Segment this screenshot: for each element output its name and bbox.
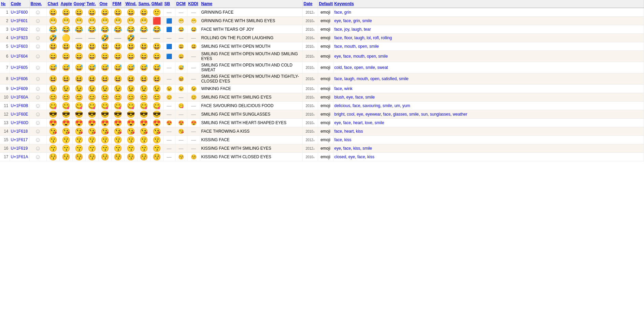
row-code[interactable]: U+1F617 xyxy=(10,136,29,144)
col-name[interactable]: Name xyxy=(200,0,302,8)
keyword-link[interactable]: kiss xyxy=(356,129,363,134)
row-code[interactable]: U+1F604 xyxy=(10,51,29,62)
keyword-link[interactable]: face xyxy=(343,120,351,125)
row-code[interactable]: U+1F601 xyxy=(10,17,29,25)
keyword-link[interactable]: smile xyxy=(369,44,379,49)
col-wind[interactable]: Wind. xyxy=(124,0,137,8)
col-goog[interactable]: Googᵈ xyxy=(72,0,85,8)
keyword-link[interactable]: cold xyxy=(334,65,342,70)
keyword-link[interactable]: eye xyxy=(348,154,355,159)
row-code[interactable]: U+1F60A xyxy=(10,93,29,102)
keyword-link[interactable]: satisfied xyxy=(382,76,397,81)
col-keywords[interactable]: Keywords xyxy=(333,0,644,8)
row-code[interactable]: U+1F60B xyxy=(10,102,29,110)
keyword-link[interactable]: sweat xyxy=(377,65,388,70)
keyword-link[interactable]: grin xyxy=(353,18,360,23)
col-no[interactable]: № xyxy=(0,0,10,8)
keyword-link[interactable]: laugh xyxy=(352,27,361,32)
keyword-link[interactable]: eye xyxy=(334,18,341,23)
row-code[interactable]: U+1F609 xyxy=(10,85,29,93)
col-gmail[interactable]: GMail xyxy=(150,0,163,8)
keyword-link[interactable]: face xyxy=(355,95,363,100)
row-code[interactable]: U+1F923 xyxy=(10,34,29,42)
keyword-link[interactable]: smile xyxy=(375,120,384,125)
keyword-link[interactable]: grin xyxy=(344,10,351,15)
col-one[interactable]: One xyxy=(98,0,111,8)
row-code[interactable]: U+1F60E xyxy=(10,110,29,119)
col-default[interactable]: Default xyxy=(318,0,333,8)
col-apple[interactable]: Apple xyxy=(59,0,72,8)
keyword-link[interactable]: face xyxy=(344,65,352,70)
keyword-link[interactable]: face xyxy=(343,18,351,23)
keyword-link[interactable]: lol xyxy=(367,35,371,40)
keyword-link[interactable]: face xyxy=(343,54,351,59)
keyword-link[interactable]: face xyxy=(334,137,342,142)
keyword-link[interactable]: open xyxy=(354,65,363,70)
keyword-link[interactable]: weather xyxy=(453,112,467,117)
keyword-link[interactable]: kiss xyxy=(367,154,374,159)
keyword-link[interactable]: smile xyxy=(409,112,419,117)
row-code[interactable]: U+1F619 xyxy=(10,144,29,153)
keyword-link[interactable]: eye xyxy=(346,95,353,100)
keyword-link[interactable]: um xyxy=(395,103,400,108)
keyword-link[interactable]: sunglasses xyxy=(430,112,450,117)
keyword-link[interactable]: savouring xyxy=(362,103,380,108)
row-code[interactable]: U+1F600 xyxy=(10,8,29,17)
keyword-link[interactable]: smile xyxy=(365,95,375,100)
row-code[interactable]: U+1F61A xyxy=(10,153,29,161)
col-chart[interactable]: Chart xyxy=(46,0,59,8)
keyword-link[interactable]: laugh xyxy=(344,76,354,81)
keyword-link[interactable]: open xyxy=(370,76,380,81)
keyword-link[interactable]: face xyxy=(334,10,342,15)
keyword-link[interactable]: eye xyxy=(334,120,341,125)
keyword-link[interactable]: rolling xyxy=(381,35,392,40)
keyword-link[interactable]: eye xyxy=(334,54,341,59)
keyword-link[interactable]: bright xyxy=(334,112,345,117)
col-sams[interactable]: Sams. xyxy=(137,0,150,8)
keyword-link[interactable]: blush xyxy=(334,95,344,100)
keyword-link[interactable]: kiss xyxy=(344,137,352,142)
keyword-link[interactable]: kiss xyxy=(353,146,360,151)
col-kddi[interactable]: KDDI xyxy=(187,0,200,8)
keyword-link[interactable]: open xyxy=(367,54,376,59)
keyword-link[interactable]: face xyxy=(353,103,360,108)
keyword-link[interactable]: smile xyxy=(383,103,392,108)
row-code[interactable]: U+1F618 xyxy=(10,127,29,136)
keyword-link[interactable]: laugh xyxy=(354,35,364,40)
keyword-link[interactable]: wink xyxy=(344,86,353,91)
keyword-link[interactable]: face xyxy=(343,146,351,151)
keyword-link[interactable]: smile xyxy=(362,18,372,23)
col-twtr[interactable]: Twtr. xyxy=(85,0,98,8)
keyword-link[interactable]: sun xyxy=(421,112,428,117)
keyword-link[interactable]: face xyxy=(357,154,365,159)
keyword-link[interactable]: face xyxy=(334,35,342,40)
keyword-link[interactable]: closed xyxy=(334,154,346,159)
keyword-link[interactable]: face xyxy=(334,27,342,32)
col-brow[interactable]: Brow. xyxy=(29,0,46,8)
keyword-link[interactable]: face xyxy=(334,129,342,134)
keyword-link[interactable]: yum xyxy=(402,103,410,108)
keyword-link[interactable]: smile xyxy=(399,76,409,81)
keyword-link[interactable]: rofl xyxy=(373,35,379,40)
keyword-link[interactable]: floor xyxy=(344,35,352,40)
keyword-link[interactable]: smile xyxy=(362,146,372,151)
keyword-link[interactable]: face xyxy=(334,76,342,81)
keyword-link[interactable]: glasses xyxy=(393,112,407,117)
keyword-link[interactable]: heart xyxy=(353,120,362,125)
keyword-link[interactable]: eyewear xyxy=(366,112,381,117)
keyword-link[interactable]: mouth xyxy=(357,76,368,81)
col-code[interactable]: Code xyxy=(10,0,29,8)
keyword-link[interactable]: delicious xyxy=(334,103,350,108)
row-code[interactable]: U+1F605 xyxy=(10,62,29,73)
row-code[interactable]: U+1F60D xyxy=(10,119,29,127)
row-code[interactable]: U+1F606 xyxy=(10,73,29,85)
keyword-link[interactable]: love xyxy=(365,120,372,125)
row-code[interactable]: U+1F602 xyxy=(10,25,29,34)
col-date[interactable]: Date xyxy=(302,0,318,8)
keyword-link[interactable]: mouth xyxy=(344,44,356,49)
keyword-link[interactable]: cool xyxy=(347,112,354,117)
col-dcm[interactable]: DCM xyxy=(175,0,187,8)
keyword-link[interactable]: open xyxy=(358,44,367,49)
keyword-link[interactable]: joy xyxy=(344,27,349,32)
keyword-link[interactable]: mouth xyxy=(353,54,364,59)
